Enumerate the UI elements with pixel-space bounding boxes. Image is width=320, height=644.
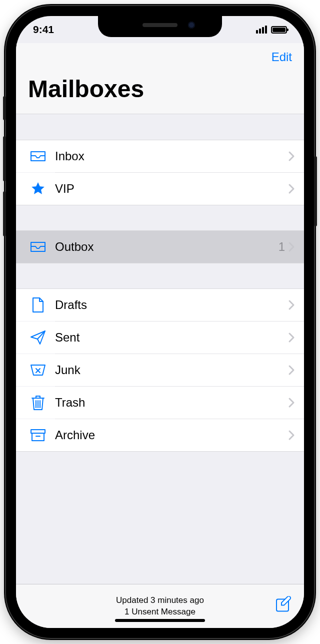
mailbox-row-junk[interactable]: Junk [16, 354, 304, 386]
battery-icon [271, 26, 287, 34]
plane-icon [28, 330, 48, 345]
mailbox-row-sent[interactable]: Sent [16, 321, 304, 354]
mailbox-row-drafts[interactable]: Drafts [16, 289, 304, 321]
iphone-frame: 9:41 Edit Mailboxes InboxVIPOutbox1Draft… [6, 6, 314, 638]
junk-icon [28, 363, 48, 377]
sync-status-line-1: Updated 3 minutes ago [116, 595, 204, 606]
mute-switch [3, 96, 6, 120]
chevron-right-icon [288, 299, 295, 310]
home-indicator[interactable] [115, 619, 205, 622]
mailbox-label: Sent [48, 331, 288, 345]
mailboxes-list: InboxVIPOutbox1DraftsSentJunkTrashArchiv… [16, 114, 304, 451]
mailbox-row-outbox[interactable]: Outbox1 [16, 231, 304, 263]
mailbox-row-vip[interactable]: VIP [16, 173, 304, 205]
cellular-signal-icon [256, 26, 267, 34]
volume-up [3, 136, 6, 181]
sync-status: Updated 3 minutes ago 1 Unsent Message [116, 595, 204, 618]
screen: 9:41 Edit Mailboxes InboxVIPOutbox1Draft… [16, 16, 304, 628]
compose-button[interactable] [275, 596, 292, 613]
section-separator [16, 114, 304, 140]
svg-rect-0 [31, 430, 45, 433]
mailbox-row-inbox[interactable]: Inbox [16, 140, 304, 172]
chevron-right-icon [288, 183, 295, 194]
doc-icon [28, 297, 48, 313]
mailbox-label: Trash [48, 396, 288, 410]
chevron-right-icon [288, 365, 295, 376]
mailbox-label: Outbox [48, 240, 278, 254]
page-title: Mailboxes [16, 71, 304, 114]
mailbox-label: Junk [48, 363, 288, 377]
chevron-right-icon [288, 430, 295, 441]
tray-icon [28, 150, 48, 163]
empty-space [16, 451, 304, 584]
chevron-right-icon [288, 241, 295, 252]
mailbox-label: VIP [48, 182, 288, 196]
nav-bar: Edit [16, 43, 304, 71]
chevron-right-icon [288, 151, 295, 162]
mailbox-count: 1 [278, 240, 288, 254]
edit-button[interactable]: Edit [272, 50, 292, 64]
chevron-right-icon [288, 397, 295, 408]
archive-icon [28, 428, 48, 442]
chevron-right-icon [288, 332, 295, 343]
mailbox-label: Archive [48, 428, 288, 442]
mailbox-label: Inbox [48, 149, 288, 163]
sync-status-line-2: 1 Unsent Message [116, 606, 204, 618]
status-time: 9:41 [33, 24, 54, 36]
compose-icon [275, 596, 292, 613]
trash-icon [28, 394, 48, 411]
section-separator [16, 205, 304, 231]
power-button [314, 156, 317, 226]
status-bar: 9:41 [16, 16, 304, 43]
star-icon [28, 181, 48, 196]
mailbox-label: Drafts [48, 298, 288, 312]
volume-down [3, 191, 6, 236]
mailbox-row-trash[interactable]: Trash [16, 387, 304, 419]
tray-icon [28, 240, 48, 253]
section-separator [16, 263, 304, 289]
mailbox-row-archive[interactable]: Archive [16, 419, 304, 451]
